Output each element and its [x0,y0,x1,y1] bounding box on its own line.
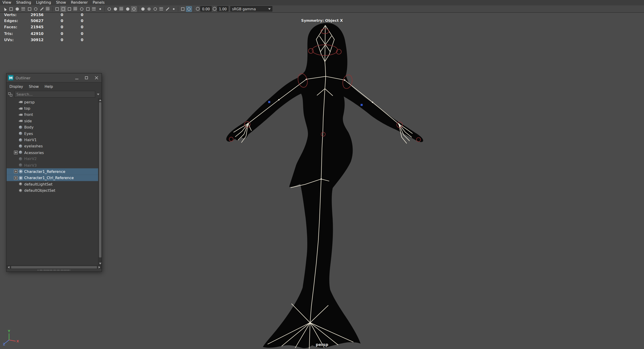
vertical-scrollbar[interactable] [98,98,102,265]
menu-show[interactable]: Show [54,0,68,5]
scroll-right-icon[interactable] [97,266,102,269]
hud-total: 21945 [26,24,44,30]
filter-icon[interactable] [8,92,13,97]
view-transform-select[interactable]: sRGB gamma [230,6,272,11]
image-plane-icon[interactable] [26,6,32,12]
outliner-item-character1-ctrl-reference[interactable]: Character1_Ctrl_Reference [7,175,102,181]
close-icon[interactable] [92,73,102,82]
mesh-icon [18,138,23,142]
horizontal-scrollbar[interactable] [7,265,102,269]
depth-of-field-icon[interactable] [171,6,176,12]
scroll-down-icon[interactable] [99,261,102,265]
object-set-icon [18,188,23,193]
outliner-item-hairv2[interactable]: HairV2 [7,156,102,162]
wireframe-on-shaded-icon[interactable] [131,6,136,12]
outliner-title-bar[interactable]: M Outliner [7,73,102,82]
anti-aliasing-icon[interactable] [164,6,170,12]
scrollbar-thumb[interactable] [11,266,97,269]
expand-toggle-icon[interactable] [14,151,18,154]
outliner-item-label: Acessories [24,151,44,155]
hud-label: UVs: [4,37,26,43]
outliner-item-defaultobjectset[interactable]: defaultObjectSet [7,187,102,194]
outliner-item-label: Character1_Reference [24,169,65,174]
menu-shading[interactable]: Shading [14,0,34,5]
film-gate-icon[interactable] [54,6,60,12]
frame-all-icon[interactable] [91,6,97,12]
outliner-item-hairv3[interactable]: HairV3 [7,162,102,168]
scrollbar-thumb[interactable] [99,102,102,258]
textured-icon[interactable] [118,6,124,12]
grid-icon[interactable] [45,6,51,12]
hud-label: Tris: [4,30,26,37]
isolate-select-icon[interactable] [180,6,186,12]
reference-node-icon [18,169,23,174]
poly-count-hud: Verts: 29156 0 0 Edges: 50627 0 0 Faces:… [4,12,84,43]
outliner-item-label: persp [24,100,34,104]
camera-attributes-icon[interactable] [14,6,20,12]
search-input[interactable] [14,91,95,98]
gamma-input[interactable] [217,6,228,11]
outliner-item-eyes[interactable]: Eyes [7,131,102,137]
exposure-input[interactable] [200,6,211,11]
toolbar-separator [178,6,178,11]
grease-pencil-icon[interactable] [39,6,44,12]
field-chart-icon[interactable] [72,6,78,12]
outliner-menu-show[interactable]: Show [26,84,42,88]
menu-panels[interactable]: Panels [90,0,107,5]
motion-blur-icon[interactable] [158,6,164,12]
mesh-icon [18,157,23,161]
hud-total: 29156 [26,12,44,18]
safe-action-icon[interactable] [79,6,84,12]
outliner-item-eyelashes[interactable]: eyelashes [7,143,102,149]
outliner-item-defaultlightset[interactable]: defaultLightSet [7,181,102,187]
minimize-icon[interactable] [72,73,82,82]
outliner-item-top[interactable]: top [7,105,102,111]
object-set-icon [18,182,23,187]
select-camera-icon[interactable] [2,6,8,12]
outliner-item-body[interactable]: Body [7,124,102,130]
2d-pan-zoom-icon[interactable] [33,6,38,12]
hud-row-tris: Tris: 42910 0 0 [4,30,84,37]
screen-space-ao-icon[interactable] [152,6,158,12]
expand-toggle-icon[interactable] [14,176,18,180]
search-options-dropdown[interactable] [95,91,100,97]
wireframe-icon[interactable] [106,6,112,12]
gamma-icon[interactable] [213,7,216,10]
maya-logo-icon: M [8,75,14,80]
outliner-menu-help[interactable]: Help [42,84,56,88]
lock-camera-icon[interactable] [8,6,14,12]
camera-name-label: persp [0,342,644,347]
resolution-gate-icon[interactable] [60,6,66,12]
outliner-item-hairv1[interactable]: HairV1 [7,137,102,143]
outliner-item-character1-reference[interactable]: Character1_Reference [7,169,102,175]
scroll-up-icon[interactable] [99,98,102,102]
menu-renderer[interactable]: Renderer [68,0,90,5]
x-ray-icon[interactable] [186,6,192,12]
outliner-item-acessories[interactable]: Acessories [7,149,102,156]
safe-title-icon[interactable] [85,6,90,12]
expand-toggle-icon[interactable] [14,170,18,173]
use-all-lights-icon[interactable] [140,6,146,12]
gate-mask-icon[interactable] [66,6,72,12]
shadows-icon[interactable] [146,6,152,12]
bookmarks-icon[interactable] [20,6,26,12]
outliner-item-front[interactable]: front [7,111,102,118]
outliner-item-persp[interactable]: persp [7,99,102,105]
outliner-menu-display[interactable]: Display [7,84,26,88]
menu-lighting[interactable]: Lighting [34,0,53,5]
use-default-material-icon[interactable] [125,6,130,12]
exposure-icon[interactable] [196,7,200,10]
frame-selection-icon[interactable] [97,6,103,12]
menu-view[interactable]: View [0,0,14,5]
outliner-item-side[interactable]: side [7,118,102,124]
maximize-icon[interactable] [82,73,92,82]
reference-node-icon [18,176,23,180]
shaded-icon[interactable] [112,6,118,12]
camera-icon [18,106,23,111]
outliner-tree[interactable]: persp top front side Body Eyes [7,98,102,265]
scroll-left-icon[interactable] [7,266,11,269]
mesh-icon [18,150,23,155]
outliner-item-label: eyelashes [24,144,42,149]
window-resize-grip[interactable] [7,269,102,272]
toolbar-separator [193,6,194,11]
